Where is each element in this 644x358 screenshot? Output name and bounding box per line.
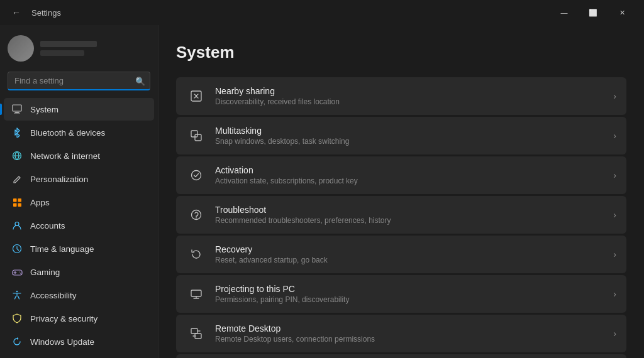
back-button[interactable]: ← — [8, 4, 25, 21]
setting-text-troubleshoot: Troubleshoot Recommended troubleshooters… — [215, 205, 607, 225]
setting-text-nearby-sharing: Nearby sharing Discoverability, received… — [215, 86, 607, 106]
setting-text-activation: Activation Activation state, subscriptio… — [215, 165, 607, 185]
setting-item-activation[interactable]: Activation Activation state, subscriptio… — [176, 156, 626, 194]
nav-label-time: Time & language — [30, 244, 94, 254]
setting-icon-recovery — [186, 244, 206, 264]
setting-icon-multitasking — [186, 126, 206, 146]
setting-desc-multitasking: Snap windows, desktops, task switching — [215, 137, 607, 146]
setting-title-activation: Activation — [215, 165, 607, 175]
nav-label-apps: Apps — [30, 198, 50, 207]
setting-text-multitasking: Multitasking Snap windows, desktops, tas… — [215, 126, 607, 146]
svg-point-11 — [16, 291, 18, 292]
sidebar-item-system[interactable]: System ➡ — [4, 98, 154, 121]
nav-icon-time — [11, 243, 23, 254]
setting-chevron-remote-desktop: › — [613, 328, 616, 339]
setting-desc-activation: Activation state, subscriptions, product… — [215, 176, 607, 185]
setting-title-troubleshoot: Troubleshoot — [215, 205, 607, 215]
setting-chevron-multitasking: › — [613, 131, 616, 141]
svg-rect-7 — [18, 203, 21, 207]
nav-icon-bluetooth — [11, 127, 23, 138]
setting-item-troubleshoot[interactable]: Troubleshoot Recommended troubleshooters… — [176, 196, 626, 234]
setting-desc-recovery: Reset, advanced startup, go back — [215, 256, 607, 264]
setting-chevron-projecting: › — [613, 289, 616, 299]
setting-text-recovery: Recovery Reset, advanced startup, go bac… — [215, 244, 607, 264]
svg-point-17 — [196, 217, 197, 219]
setting-chevron-nearby-sharing: › — [613, 91, 616, 101]
svg-rect-4 — [13, 198, 17, 202]
setting-text-projecting: Projecting to this PC Permissions, pairi… — [215, 284, 607, 304]
nav-icon-accessibility — [11, 290, 23, 301]
user-email — [40, 50, 84, 56]
svg-rect-2 — [14, 113, 20, 114]
setting-chevron-troubleshoot: › — [613, 210, 616, 220]
back-icon: ← — [12, 8, 21, 18]
nav-icon-personalization — [11, 173, 23, 185]
sidebar-item-update[interactable]: Windows Update — [4, 330, 154, 353]
nav-icon-accounts — [11, 220, 23, 231]
setting-text-remote-desktop: Remote Desktop Remote Desktop users, con… — [215, 323, 607, 344]
sidebar-item-apps[interactable]: Apps — [4, 191, 154, 214]
sidebar-item-accounts[interactable]: Accounts — [4, 214, 154, 237]
setting-item-multitasking[interactable]: Multitasking Snap windows, desktops, tas… — [176, 117, 626, 155]
setting-desc-projecting: Permissions, pairing PIN, discoverabilit… — [215, 295, 607, 304]
setting-item-nearby-sharing[interactable]: Nearby sharing Discoverability, received… — [176, 77, 626, 115]
nav-label-system: System — [30, 105, 58, 114]
sidebar-item-network[interactable]: Network & internet — [4, 144, 154, 167]
svg-rect-0 — [13, 105, 21, 111]
search-input[interactable] — [8, 72, 150, 90]
svg-rect-13 — [191, 131, 197, 137]
settings-list: Nearby sharing Discoverability, received… — [176, 77, 626, 358]
nav-label-update: Windows Update — [30, 337, 94, 347]
nav-icon-system — [11, 104, 23, 115]
sidebar-item-bluetooth[interactable]: Bluetooth & devices — [4, 121, 154, 144]
setting-icon-nearby-sharing — [186, 86, 206, 106]
titlebar: ← Settings — ⬜ ✕ — [0, 0, 644, 25]
setting-item-projecting[interactable]: Projecting to this PC Permissions, pairi… — [176, 275, 626, 313]
sidebar-item-privacy[interactable]: Privacy & security — [4, 307, 154, 330]
sidebar-item-gaming[interactable]: Gaming — [4, 261, 154, 283]
nav-icon-network — [11, 150, 23, 161]
setting-title-projecting: Projecting to this PC — [215, 284, 607, 294]
user-info — [40, 41, 97, 56]
app-title: Settings — [31, 8, 61, 18]
setting-title-multitasking: Multitasking — [215, 126, 607, 136]
sidebar-item-personalization[interactable]: Personalization — [4, 168, 154, 190]
setting-desc-remote-desktop: Remote Desktop users, connection permiss… — [215, 335, 607, 344]
setting-icon-troubleshoot — [186, 205, 206, 225]
nav-label-personalization: Personalization — [30, 175, 88, 184]
nav-label-gaming: Gaming — [30, 268, 60, 277]
minimize-button[interactable]: — — [550, 3, 579, 23]
setting-title-nearby-sharing: Nearby sharing — [215, 86, 607, 96]
setting-item-remote-desktop[interactable]: Remote Desktop Remote Desktop users, con… — [176, 315, 626, 352]
avatar-image — [8, 35, 34, 62]
nav-icon-update — [11, 336, 23, 347]
svg-rect-18 — [191, 290, 201, 296]
svg-rect-5 — [18, 198, 21, 202]
search-box: 🔍 — [8, 72, 150, 90]
main-content: 🔍 System ➡ Bluetooth & devices Network &… — [0, 25, 644, 358]
nav-label-privacy: Privacy & security — [30, 314, 97, 323]
setting-title-remote-desktop: Remote Desktop — [215, 323, 607, 334]
user-name — [40, 41, 97, 47]
setting-title-recovery: Recovery — [215, 244, 607, 254]
svg-point-15 — [192, 171, 201, 180]
nav-label-network: Network & internet — [30, 151, 100, 161]
svg-rect-1 — [15, 112, 19, 113]
setting-icon-activation — [186, 165, 206, 185]
search-icon[interactable]: 🔍 — [135, 77, 145, 86]
nav-icon-gaming — [11, 266, 23, 278]
svg-rect-14 — [195, 134, 201, 141]
user-profile — [0, 30, 158, 72]
nav-list: System ➡ Bluetooth & devices Network & i… — [0, 98, 158, 353]
setting-item-recovery[interactable]: Recovery Reset, advanced startup, go bac… — [176, 236, 626, 273]
setting-chevron-recovery: › — [613, 249, 616, 259]
maximize-button[interactable]: ⬜ — [579, 3, 608, 23]
sidebar-item-accessibility[interactable]: Accessibility — [4, 284, 154, 306]
page-title: System — [176, 43, 626, 62]
nav-label-accounts: Accounts — [30, 221, 65, 231]
sidebar-item-time[interactable]: Time & language — [4, 237, 154, 260]
setting-item-clipboard[interactable]: Clipboard Cut and copy history, sync, cl… — [176, 354, 626, 358]
svg-rect-19 — [191, 328, 197, 334]
nav-icon-apps — [11, 197, 23, 208]
close-button[interactable]: ✕ — [608, 3, 636, 23]
